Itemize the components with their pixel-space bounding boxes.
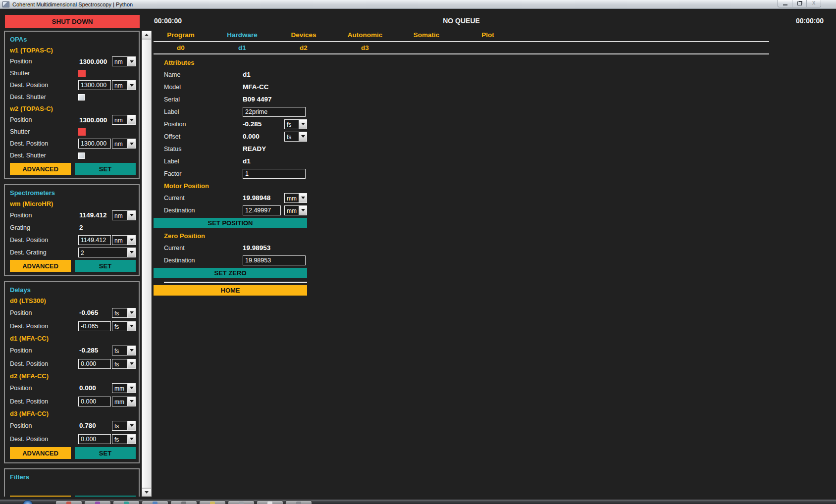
w2-position-unit-select[interactable]: nm	[112, 115, 136, 125]
close-button[interactable]: X	[807, 0, 821, 7]
d2-dest-position-unit-select[interactable]: mm	[112, 397, 136, 406]
d2-position-row: Position 0.000 mm	[10, 381, 136, 395]
dropdown-arrow-icon	[127, 308, 135, 317]
w2-dest-position-unit-select[interactable]: nm	[112, 139, 136, 149]
w1-dest-shutter-checkbox[interactable]	[78, 94, 85, 101]
tab-d2[interactable]: d2	[273, 43, 334, 53]
offset-unit-select[interactable]: fs	[284, 132, 307, 142]
attributes-header: Attributes	[154, 56, 307, 68]
scroll-up-button[interactable]	[142, 31, 152, 39]
taskbar[interactable]	[0, 499, 836, 504]
set-position-button[interactable]: SET POSITION	[154, 218, 307, 228]
d2-dest-position-input[interactable]	[78, 397, 111, 406]
w1-dest-position-input[interactable]	[78, 80, 111, 90]
spectrometers-advanced-button[interactable]: ADVANCED	[10, 260, 71, 272]
taskbar-button-6[interactable]	[199, 501, 226, 504]
position-unit-select[interactable]: fs	[284, 119, 307, 129]
tab-hardware[interactable]: Hardware	[211, 30, 273, 41]
opas-set-button[interactable]: SET	[75, 163, 136, 175]
taskbar-button-7[interactable]	[228, 501, 255, 504]
dest-position-label: Dest. Position	[10, 237, 78, 244]
wm-dest-position-input[interactable]	[78, 235, 111, 245]
tab-plot[interactable]: Plot	[457, 30, 519, 41]
application-window: Coherent Multidimensional Spectroscopy |…	[0, 0, 836, 504]
spectrometers-button-row: ADVANCED SET	[10, 260, 136, 272]
tab-program[interactable]: Program	[150, 30, 211, 41]
wm-dest-position-unit-select[interactable]: nm	[112, 235, 136, 245]
set-zero-button[interactable]: SET ZERO	[154, 268, 307, 278]
d1-position-row: Position -0.285 fs	[10, 344, 136, 357]
tab-divider	[154, 41, 769, 42]
w2-dest-shutter-checkbox[interactable]	[78, 152, 85, 159]
w1-shutter-indicator	[78, 70, 86, 77]
filters-set-button[interactable]: SET	[75, 496, 136, 497]
minimize-button[interactable]	[778, 0, 792, 7]
motor-destination-unit-select[interactable]: mm	[284, 205, 307, 215]
opas-header: OPAs	[10, 34, 136, 45]
d0-dest-position-input[interactable]	[78, 321, 111, 331]
delays-panel: Delays d0 (LTS300) Position -0.065 fs De…	[4, 281, 140, 463]
opas-advanced-button[interactable]: ADVANCED	[10, 163, 71, 175]
motor-destination-input[interactable]	[243, 205, 281, 215]
main-tab-bar: Program Hardware Devices Autonomic Somat…	[150, 30, 519, 41]
delays-set-button[interactable]: SET	[75, 447, 136, 459]
scroll-down-button[interactable]	[142, 488, 152, 497]
wm-dest-grating-select[interactable]: 2	[78, 248, 136, 257]
dropdown-arrow-icon	[299, 132, 307, 141]
dropdown-arrow-icon	[127, 57, 135, 66]
tab-autonomic[interactable]: Autonomic	[334, 30, 396, 41]
home-button[interactable]: HOME	[154, 285, 307, 296]
spectrometers-set-button[interactable]: SET	[75, 260, 136, 272]
taskbar-button-5[interactable]	[170, 501, 197, 504]
filters-advanced-button[interactable]: ADVANCED	[10, 496, 71, 497]
motor-current-value: 19.98948	[243, 194, 270, 202]
filters-spacer	[10, 482, 136, 494]
d3-dest-position-unit-select[interactable]: fs	[112, 434, 136, 444]
d1-dest-position-input[interactable]	[78, 359, 111, 369]
d2-position-unit-select[interactable]: mm	[112, 383, 136, 393]
d1-dest-position-unit-select[interactable]: fs	[112, 359, 136, 369]
position-label: Position	[164, 121, 243, 128]
grating-label: Grating	[10, 224, 78, 231]
shutdown-button[interactable]: SHUT DOWN	[5, 15, 140, 28]
zero-destination-input[interactable]	[243, 255, 306, 265]
start-button-icon[interactable]	[23, 500, 33, 504]
delays-advanced-button[interactable]: ADVANCED	[10, 447, 71, 459]
sidebar-scrollbar[interactable]	[142, 31, 152, 497]
d0-position-unit-select[interactable]: fs	[112, 308, 136, 318]
d1-position-unit-select[interactable]: fs	[112, 346, 136, 355]
scrollbar-thumb[interactable]	[142, 39, 152, 488]
taskbar-button-1[interactable]	[55, 501, 82, 504]
tab-devices[interactable]: Devices	[273, 30, 334, 41]
tab-d3[interactable]: d3	[334, 43, 396, 53]
window-controls: X	[778, 0, 821, 7]
taskbar-button-4[interactable]	[142, 501, 168, 504]
arrow-up-icon	[145, 34, 149, 36]
motor-position-header: Motor Position	[154, 180, 307, 192]
dest-position-label: Dest. Position	[10, 82, 78, 89]
tab-d0[interactable]: d0	[150, 43, 211, 53]
opas-panel: OPAs w1 (TOPAS-C) Position 1300.000 nm S…	[4, 31, 140, 179]
taskbar-button-8[interactable]	[257, 501, 283, 504]
wm-position-unit-select[interactable]: nm	[112, 210, 136, 220]
factor-label: Factor	[164, 170, 243, 177]
w1-dest-position-unit-select[interactable]: nm	[112, 80, 136, 90]
w2-dest-position-input[interactable]	[78, 139, 111, 149]
taskbar-button-9[interactable]	[285, 501, 312, 504]
motor-current-unit-select[interactable]: mm	[284, 193, 307, 203]
factor-input[interactable]	[243, 169, 306, 179]
restore-button[interactable]	[792, 0, 807, 7]
w1-position-value: 1300.000	[79, 58, 107, 65]
w1-position-unit-select[interactable]: nm	[112, 56, 136, 66]
taskbar-button-2[interactable]	[84, 501, 111, 504]
d3-position-unit-select[interactable]: fs	[112, 421, 136, 431]
taskbar-button-3[interactable]	[113, 501, 140, 504]
d0-dest-position-unit-select[interactable]: fs	[112, 321, 136, 331]
d3-dest-position-input[interactable]	[78, 434, 111, 444]
name-label: Name	[164, 71, 243, 78]
tab-somatic[interactable]: Somatic	[396, 30, 457, 41]
label-input[interactable]	[243, 107, 306, 117]
tab-d1[interactable]: d1	[211, 43, 273, 53]
status-value: READY	[243, 145, 266, 152]
zero-current-row: Current 19.98953	[154, 242, 307, 254]
